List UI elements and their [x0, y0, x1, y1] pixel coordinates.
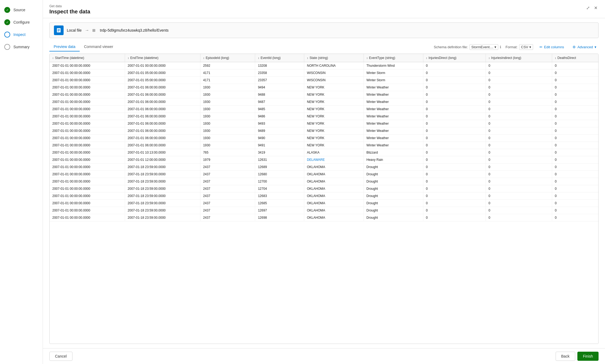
col-header-7[interactable]: ↕ InjuriesIndirect (long) [486, 54, 552, 62]
table-row[interactable]: 2007-01-01 00:00:00.00002007-01-01 05:00… [50, 77, 598, 84]
sidebar-item-source[interactable]: ✓Source [0, 4, 43, 16]
col-header-3[interactable]: ↕ EventId (long) [255, 54, 304, 62]
sidebar-item-summary[interactable]: Summary [0, 41, 43, 53]
cell-14-6: 0 [423, 164, 486, 171]
cell-3-3: 9494 [255, 84, 304, 91]
sort-icon: ↕ [489, 57, 491, 60]
toolbar-right: Schema definition file: StormEvent.... ▾… [434, 44, 599, 50]
col-header-2[interactable]: ↕ EpisodeId (long) [200, 54, 255, 62]
step-indicator-inspect [4, 32, 10, 38]
cell-8-4: NEW YORK [304, 120, 364, 127]
back-button[interactable]: Back [556, 352, 575, 361]
table-row[interactable]: 2007-01-01 00:00:00.00002007-01-01 06:00… [50, 106, 598, 113]
cell-18-4: OKLAHOMA [304, 192, 364, 200]
cell-17-3: 12704 [255, 185, 304, 192]
col-header-4[interactable]: ↕ State (string) [304, 54, 364, 62]
table-row[interactable]: 2007-01-01 00:00:00.00002007-01-01 05:00… [50, 69, 598, 77]
cell-17-8: 0 [552, 185, 598, 192]
table-row[interactable]: 2007-01-01 00:00:00.00002007-01-01 12:00… [50, 156, 598, 164]
table-row[interactable]: 2007-01-01 00:00:00.00002007-01-01 06:00… [50, 91, 598, 98]
col-header-6[interactable]: ↕ InjuriesDirect (long) [423, 54, 486, 62]
cell-18-0: 2007-01-01 00:00:00.0000 [50, 192, 125, 200]
table-row[interactable]: 2007-01-01 00:00:00.00002007-01-18 23:59… [50, 200, 598, 207]
cell-20-2: 2437 [200, 207, 255, 214]
table-row[interactable]: 2007-01-01 00:00:00.00002007-01-01 06:00… [50, 142, 598, 149]
table-row[interactable]: 2007-01-01 00:00:00.00002007-01-18 23:59… [50, 185, 598, 192]
cell-20-3: 12697 [255, 207, 304, 214]
table-row[interactable]: 2007-01-01 00:00:00.00002007-01-01 06:00… [50, 120, 598, 127]
col-header-8[interactable]: ↕ DeathsDirect [552, 54, 598, 62]
cell-2-0: 2007-01-01 00:00:00.0000 [50, 77, 125, 84]
cell-21-8: 0 [552, 214, 598, 221]
advanced-button[interactable]: ⚙ Advanced ▾ [570, 44, 599, 50]
sidebar-item-configure[interactable]: ✓Configure [0, 17, 43, 28]
expand-button[interactable]: ⤢ [585, 4, 591, 12]
sidebar-item-inspect[interactable]: Inspect [0, 29, 43, 40]
cell-0-8: 0 [552, 62, 598, 69]
tab-preview[interactable]: Preview data [49, 42, 80, 51]
cell-6-1: 2007-01-01 06:00:00.0000 [125, 106, 200, 113]
schema-dropdown[interactable]: StormEvent.... ▾ [470, 44, 498, 50]
table-row[interactable]: 2007-01-01 00:00:00.00002007-01-01 06:00… [50, 98, 598, 106]
sort-icon: ↕ [128, 57, 130, 60]
col-header-0[interactable]: ↕ StartTime (datetime) [50, 54, 125, 62]
cell-10-1: 2007-01-01 06:00:00.0000 [125, 135, 200, 142]
arrow-icon: → [85, 28, 89, 33]
cell-19-8: 0 [552, 200, 598, 207]
table-row[interactable]: 2007-01-01 00:00:00.00002007-01-01 06:00… [50, 113, 598, 120]
col-header-5[interactable]: ↕ EventType (string) [364, 54, 423, 62]
cell-19-5: Drought [364, 200, 423, 207]
table-row[interactable]: 2007-01-01 00:00:00.00002007-01-18 23:59… [50, 171, 598, 178]
sidebar-label-inspect: Inspect [13, 32, 25, 37]
step-indicator-summary [4, 44, 10, 50]
cell-18-7: 0 [486, 192, 552, 200]
cell-18-6: 0 [423, 192, 486, 200]
cell-6-8: 0 [552, 106, 598, 113]
sort-icon: ↕ [258, 57, 260, 60]
info-icon[interactable]: ℹ [500, 45, 501, 49]
cancel-button[interactable]: Cancel [49, 352, 72, 361]
cell-3-5: Winter Weather [364, 84, 423, 91]
table-row[interactable]: 2007-01-01 00:00:00.00002007-01-01 06:00… [50, 84, 598, 91]
table-row[interactable]: 2007-01-01 00:00:00.00002007-01-18 23:59… [50, 192, 598, 200]
cell-13-4: DELAWARE [304, 156, 364, 164]
bottom-bar: Cancel Back Finish [43, 348, 605, 364]
cell-16-1: 2007-01-18 23:59:00.0000 [125, 178, 200, 185]
cell-14-0: 2007-01-01 00:00:00.0000 [50, 164, 125, 171]
finish-button[interactable]: Finish [577, 352, 599, 361]
table-row[interactable]: 2007-01-01 00:00:00.00002007-01-18 23:59… [50, 164, 598, 171]
cell-8-0: 2007-01-01 00:00:00.0000 [50, 120, 125, 127]
cell-19-0: 2007-01-01 00:00:00.0000 [50, 200, 125, 207]
cell-6-7: 0 [486, 106, 552, 113]
cell-0-3: 13208 [255, 62, 304, 69]
cell-19-6: 0 [423, 200, 486, 207]
cell-7-6: 0 [423, 113, 486, 120]
tab-command[interactable]: Command viewer [80, 42, 118, 51]
header-row: ↕ StartTime (datetime)↕ EndTime (datetim… [50, 54, 598, 62]
table-row[interactable]: 2007-01-01 00:00:00.00002007-01-01 06:00… [50, 135, 598, 142]
cell-11-8: 0 [552, 142, 598, 149]
cell-16-8: 0 [552, 178, 598, 185]
cell-11-1: 2007-01-01 06:00:00.0000 [125, 142, 200, 149]
step-indicator-source: ✓ [4, 7, 10, 13]
edit-columns-button[interactable]: ✏ Edit columns [537, 44, 566, 50]
table-row[interactable]: 2007-01-01 00:00:00.00002007-01-18 23:59… [50, 214, 598, 221]
cell-12-2: 765 [200, 149, 255, 156]
table-row[interactable]: 2007-01-01 00:00:00.00002007-01-18 23:59… [50, 207, 598, 214]
chevron-down-icon: ▾ [494, 45, 496, 49]
data-table-container[interactable]: ↕ StartTime (datetime)↕ EndTime (datetim… [49, 54, 599, 344]
table-row[interactable]: 2007-01-01 00:00:00.00002007-01-01 00:00… [50, 62, 598, 69]
close-button[interactable]: ✕ [593, 4, 599, 12]
chevron-down-icon-format: ▾ [529, 45, 531, 49]
table-header: ↕ StartTime (datetime)↕ EndTime (datetim… [50, 54, 598, 62]
table-row[interactable]: 2007-01-01 00:00:00.00002007-01-18 23:59… [50, 178, 598, 185]
dialog-title-section: Get data Inspect the data [49, 4, 90, 15]
cell-7-5: Winter Weather [364, 113, 423, 120]
cell-16-4: OKLAHOMA [304, 178, 364, 185]
format-dropdown[interactable]: CSV ▾ [519, 44, 533, 50]
table-row[interactable]: 2007-01-01 00:00:00.00002007-01-01 06:00… [50, 127, 598, 135]
col-header-1[interactable]: ↕ EndTime (datetime) [125, 54, 200, 62]
table-row[interactable]: 2007-01-01 00:00:00.00002007-01-01 10:13… [50, 149, 598, 156]
cell-15-7: 0 [486, 171, 552, 178]
schema-value: StormEvent.... [471, 45, 493, 49]
